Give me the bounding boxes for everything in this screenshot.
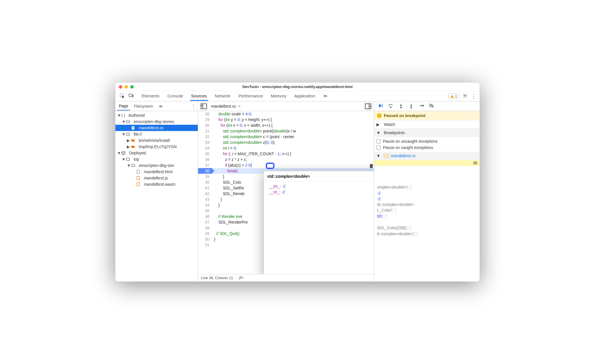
navigator-more-icon[interactable]: ⋮ [191,103,196,109]
chevron-down-icon[interactable]: ▼ [127,163,130,168]
svg-point-14 [411,107,411,108]
svg-rect-8 [137,183,139,186]
paused-banner: iPaused on breakpoint [374,111,480,120]
chevron-down-icon[interactable]: ▼ [117,113,120,118]
tabs-overflow[interactable]: ≫ [322,92,329,101]
tree-top[interactable]: top [134,157,139,161]
devtools-window: DevTools - emscripten-dbg-stories.netlif… [115,82,480,282]
tree-folder[interactable]: tmp/tmp.ELcTq2YGN [139,144,177,149]
memory-icon[interactable] [414,232,418,236]
tooltip-kv: __re_: -2 [269,189,374,195]
svg-rect-11 [382,104,383,107]
chevron-down-icon[interactable]: ▼ [122,132,125,136]
titlebar: DevTools - emscripten-dbg-stories.netlif… [115,83,480,91]
cloud-icon [126,119,130,124]
tab-memory[interactable]: Memory [270,92,288,101]
chevron-right-icon[interactable]: ▶ [127,138,130,143]
settings-gear-icon[interactable] [462,93,468,99]
breakpoints-section-header[interactable]: ▼Breakpoints [374,129,480,137]
resume-button[interactable] [378,103,383,110]
tab-application[interactable]: Application [293,92,316,101]
folder-icon [131,138,135,143]
warnings-chip[interactable]: 1 [449,93,459,99]
code-editor[interactable]: 28 double scale = 4.0; 29 for (int y = 0… [198,111,374,274]
tab-sources[interactable]: Sources [190,92,208,101]
svg-point-12 [390,107,391,107]
svg-rect-6 [137,170,139,173]
step-out-button[interactable] [408,103,414,110]
info-icon: i [377,113,382,118]
cursor-position: Line 38, Column 11 [201,276,233,280]
device-toolbar-icon[interactable] [129,93,134,99]
cloud-icon [131,163,135,168]
chevron-down-icon[interactable]: ▼ [122,119,125,124]
scope-row [374,219,480,225]
chevron-down-icon: ▼ [376,130,382,135]
chevron-down-icon[interactable]: ▼ [122,157,125,161]
pause-uncaught-checkbox[interactable]: Pause on uncaught exceptions [376,138,477,144]
breakpoint-file-row[interactable]: ▼<>mandelbrot.cc [374,152,480,160]
debugger-toolbar [374,101,480,111]
nav-tab-filesystem[interactable]: Filesystem [132,102,155,110]
tab-network[interactable]: Network [214,92,232,101]
scope-row: 00⦙ [374,213,480,219]
chevron-down-icon[interactable]: ▼ [117,151,120,155]
scope-row: -2 [374,190,480,196]
folder-icon [131,144,135,149]
more-menu-icon[interactable]: ⋮ [471,93,476,99]
tree-domain[interactable]: emscripten-dbg-stories [134,119,174,124]
deactivate-breakpoints-button[interactable] [429,103,435,110]
watch-section-header[interactable]: ▶Watch [374,120,480,129]
tree-group-deployed[interactable]: Deployed [129,151,146,155]
memory-icon[interactable] [392,209,396,212]
hover-highlight [266,163,274,169]
tab-elements[interactable]: Elements [140,92,161,101]
navigator-panel: Page Filesystem ≫ ⋮ ▼⟨ ⟩ Authored ▼ emsc… [115,101,198,281]
tab-console[interactable]: Console [166,92,184,101]
tree-file[interactable]: mandelbrot.html [115,169,198,175]
file-icon [131,126,135,130]
pause-caught-checkbox[interactable]: Pause on caught exceptions [376,144,477,151]
svg-point-13 [400,107,401,108]
show-debugger-icon[interactable] [364,102,372,110]
tree-group-authored[interactable]: Authored [129,113,145,118]
editor-tab[interactable]: mandelbrot.cc✕ [209,103,243,110]
scope-view[interactable]: omplex<double>⦙ -2 -2 td::complex<double… [374,166,480,281]
close-tab-icon[interactable]: ✕ [238,104,241,108]
scope-row: L_Color⦙ [374,207,480,213]
breakpoint-line[interactable]: 38 [374,160,480,166]
step-into-button[interactable] [398,103,404,110]
cloud-icon [126,132,130,136]
chevron-down-icon: ▼ [376,154,382,158]
svg-rect-1 [129,94,132,97]
tree-folder[interactable]: b/s/w/ir/x/w/install [139,138,170,143]
step-over-button[interactable] [388,103,394,110]
file-icon [136,182,140,187]
editor-statusbar: Line 38, Column 11 (Fr [198,274,374,281]
tooltip-kv: __im_: -2 [269,183,374,189]
nav-tab-page[interactable]: Page [117,102,130,111]
value-tooltip[interactable]: std::complex<double> __im_: -2 __re_: -2 [264,171,374,274]
tree-file[interactable]: mandelbrot.js [115,175,198,181]
svg-point-15 [423,105,424,106]
step-button[interactable] [419,103,424,110]
file-tree[interactable]: ▼⟨ ⟩ Authored ▼ emscripten-dbg-stories m… [115,111,198,281]
tree-domain[interactable]: emscripten-dbg-stor [139,163,174,168]
memory-icon[interactable] [406,226,410,230]
svg-rect-5 [127,158,130,160]
nav-tabs-overflow[interactable]: ≫ [157,102,165,110]
tree-file-scheme[interactable]: file:// [134,132,142,136]
file-icon [136,169,140,174]
memory-icon[interactable] [407,186,411,189]
show-navigator-icon[interactable] [200,102,208,110]
memory-icon[interactable] [382,215,386,218]
chevron-right-icon: ▶ [376,122,382,127]
svg-rect-7 [137,176,139,180]
scope-row: td::complex<double> [374,202,480,207]
inspect-icon[interactable] [119,93,125,99]
chevron-right-icon[interactable]: ▶ [127,144,130,149]
tab-performance[interactable]: Performance [237,92,264,101]
tree-file-selected[interactable]: mandelbrot.cc [115,125,198,131]
debugger-panel: iPaused on breakpoint ▶Watch ▼Breakpoint… [374,101,480,281]
tree-file[interactable]: mandelbrot.wasm [115,181,198,187]
